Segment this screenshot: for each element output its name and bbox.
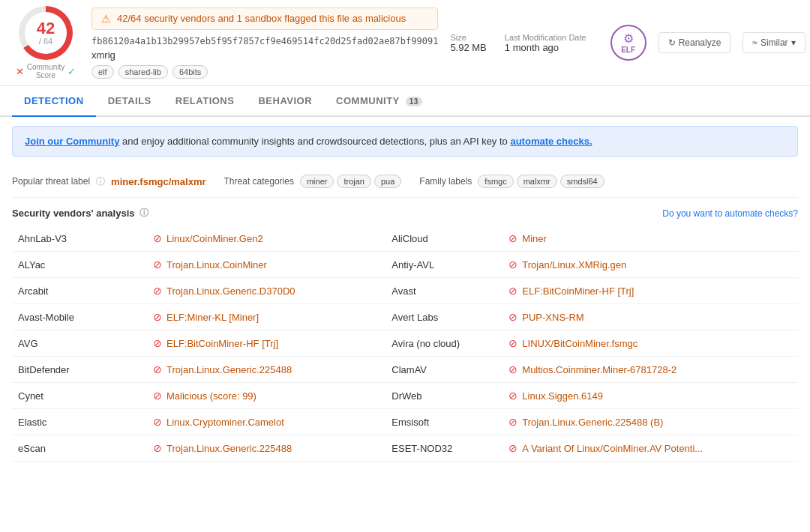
score-denom: / 64 (39, 37, 52, 46)
right-detection-cell: ⊘ Linux.Siggen.6149 (502, 383, 798, 409)
categories-section: Threat categories miner trojan pua (224, 175, 402, 188)
left-detection-cell: ⊘ Trojan.Linux.Generic.225488 (147, 435, 368, 462)
left-vendor-name: Elastic (12, 409, 147, 435)
right-detection-cell: ⊘ Trojan.Linux.Generic.225488 (B) (502, 409, 798, 435)
right-detection-cell: ⊘ PUP-XNS-RM (502, 304, 798, 330)
left-detection-text: Linux.Cryptominer.Camelot (166, 417, 284, 428)
elf-label: ELF (621, 46, 635, 54)
right-detection-text: A Variant Of Linux/CoinMiner.AV Potenti.… (522, 443, 703, 454)
left-vendor-name: eScan (12, 435, 147, 462)
warn-icon: ⊘ (153, 390, 162, 402)
left-vendor-name: Arcabit (12, 278, 147, 304)
left-detection-cell: ⊘ Trojan.Linux.Generic.225488 (147, 357, 368, 383)
thumbup-icon: ✓ (68, 66, 76, 77)
top-bar: 42 / 64 ✕ CommunityScore ✓ ⚠ 42/64 secur… (0, 0, 810, 86)
left-vendor-name: AhnLab-V3 (12, 226, 147, 252)
table-row: eScan ⊘ Trojan.Linux.Generic.225488 ESET… (12, 435, 798, 462)
right-vendor-name: Avast (368, 278, 502, 304)
left-detection-cell: ⊘ Linux/CoinMiner.Gen2 (147, 226, 368, 252)
tab-details[interactable]: DETAILS (96, 86, 164, 117)
file-hash: fb86120a4a1b13b29957eb5f95f7857cf9e46951… (92, 36, 438, 46)
file-tags: elf shared-lib 64bits (92, 65, 438, 79)
right-detection-cell: ⊘ Trojan/Linux.XMRig.gen (502, 252, 798, 278)
modified-label: Last Modification Date (505, 33, 586, 42)
chevron-down-icon: ▾ (791, 37, 796, 48)
tab-relations[interactable]: RELATIONS (164, 86, 247, 117)
file-name: xmrig (92, 49, 438, 61)
right-section: Size 5.92 MB Last Modification Date 1 mo… (450, 25, 810, 61)
family-section: Family labels fsmgc malxmr smdsl64 (419, 175, 604, 188)
detection-content: Popular threat label ⓘ miner.fsmgc/malxm… (0, 166, 810, 462)
table-row: ALYac ⊘ Trojan.Linux.CoinMiner Antiy-AVL… (12, 252, 798, 278)
left-vendor-name: BitDefender (12, 357, 147, 383)
warn-icon: ⊘ (153, 337, 162, 349)
modified-value: 1 month ago (505, 42, 586, 53)
tab-behavior[interactable]: BEHAVIOR (246, 86, 324, 117)
similar-label: Similar (760, 37, 788, 48)
left-detection-text: Linux/CoinMiner.Gen2 (166, 233, 263, 244)
left-detection-cell: ⊘ Trojan.Linux.CoinMiner (147, 252, 368, 278)
left-detection-text: Trojan.Linux.Generic.D370D0 (166, 285, 296, 297)
join-community-link[interactable]: Join our Community (25, 136, 119, 147)
elf-badge: ⚙ ELF (610, 25, 646, 61)
size-value: 5.92 MB (450, 42, 486, 53)
tab-detection[interactable]: DETECTION (12, 86, 96, 117)
family-tags: fsmgc malxmr smdsl64 (478, 175, 604, 188)
warn-icon: ⊘ (508, 259, 518, 270)
categories-label: Threat categories (224, 176, 294, 187)
analysis-info-icon: ⓘ (140, 207, 148, 220)
popular-threat-value: miner.fsmgc/malxmr (111, 176, 206, 187)
warn-icon: ⊘ (153, 311, 162, 323)
left-detection-text: ELF:BitCoinMiner-HF [Trj] (166, 338, 278, 349)
tag-64bits: 64bits (172, 65, 208, 79)
popular-threat-label: Popular threat label (12, 176, 90, 187)
right-vendor-name: Antiy-AVL (368, 252, 502, 278)
alert-section: ⚠ 42/64 security vendors and 1 sandbox f… (80, 7, 450, 79)
table-row: Cynet ⊘ Malicious (score: 99) DrWeb ⊘ Li… (12, 383, 798, 409)
analysis-title-text: Security vendors' analysis (12, 208, 135, 219)
right-vendor-name: DrWeb (368, 383, 502, 409)
left-detection-text: ELF:Miner-KL [Miner] (166, 312, 259, 323)
left-vendor-name: ALYac (12, 252, 147, 278)
automate-text: Do you want to automate checks? (662, 208, 798, 219)
left-detection-text: Trojan.Linux.Generic.225488 (166, 443, 292, 454)
threat-row: Popular threat label ⓘ miner.fsmgc/malxm… (12, 166, 798, 198)
tag-elf: elf (92, 65, 114, 79)
tab-community[interactable]: COMMUNITY 13 (324, 86, 434, 117)
file-meta: Size 5.92 MB Last Modification Date 1 mo… (450, 33, 598, 53)
tag-shared-lib: shared-lib (118, 65, 168, 79)
cat-miner: miner (300, 175, 334, 188)
right-detection-cell: ⊘ Multios.Coinminer.Miner-6781728-2 (502, 357, 798, 383)
left-detection-cell: ⊘ ELF:Miner-KL [Miner] (147, 304, 368, 330)
reanalyze-label: Reanalyze (679, 37, 722, 48)
warn-icon: ⊘ (508, 285, 518, 297)
meta-modified: Last Modification Date 1 month ago (505, 33, 586, 53)
cat-pua: pua (374, 175, 401, 188)
right-detection-text: PUP-XNS-RM (522, 312, 584, 323)
warn-icon: ⊘ (508, 311, 518, 323)
right-detection-text: Linux.Siggen.6149 (522, 390, 603, 402)
warn-icon: ⊘ (153, 259, 162, 270)
score-circle: 42 / 64 (19, 6, 73, 60)
size-label: Size (450, 33, 486, 42)
table-row: Arcabit ⊘ Trojan.Linux.Generic.D370D0 Av… (12, 278, 798, 304)
meta-size: Size 5.92 MB (450, 33, 486, 53)
alert-icon: ⚠ (101, 13, 111, 25)
right-detection-cell: ⊘ ELF:BitCoinMiner-HF [Trj] (502, 278, 798, 304)
vendor-table: AhnLab-V3 ⊘ Linux/CoinMiner.Gen2 AliClou… (12, 226, 798, 462)
left-vendor-name: Cynet (12, 383, 147, 409)
table-row: Elastic ⊘ Linux.Cryptominer.Camelot Emsi… (12, 409, 798, 435)
score-section: 42 / 64 ✕ CommunityScore ✓ (12, 6, 80, 79)
left-detection-text: Trojan.Linux.Generic.225488 (166, 364, 292, 375)
reanalyze-button[interactable]: ↻ Reanalyze (658, 32, 731, 53)
warn-icon: ⊘ (508, 442, 518, 454)
warn-icon: ⊘ (153, 285, 162, 297)
automate-checks-link[interactable]: automate checks. (510, 136, 592, 147)
popular-threat-section: Popular threat label ⓘ miner.fsmgc/malxm… (12, 175, 206, 188)
right-detection-cell: ⊘ A Variant Of Linux/CoinMiner.AV Potent… (502, 435, 798, 462)
similar-icon: ≈ (752, 37, 758, 48)
left-detection-cell: ⊘ ELF:BitCoinMiner-HF [Trj] (147, 330, 368, 357)
left-vendor-name: AVG (12, 330, 147, 357)
similar-button[interactable]: ≈ Similar ▾ (742, 32, 805, 53)
analysis-title: Security vendors' analysis ⓘ (12, 207, 148, 220)
